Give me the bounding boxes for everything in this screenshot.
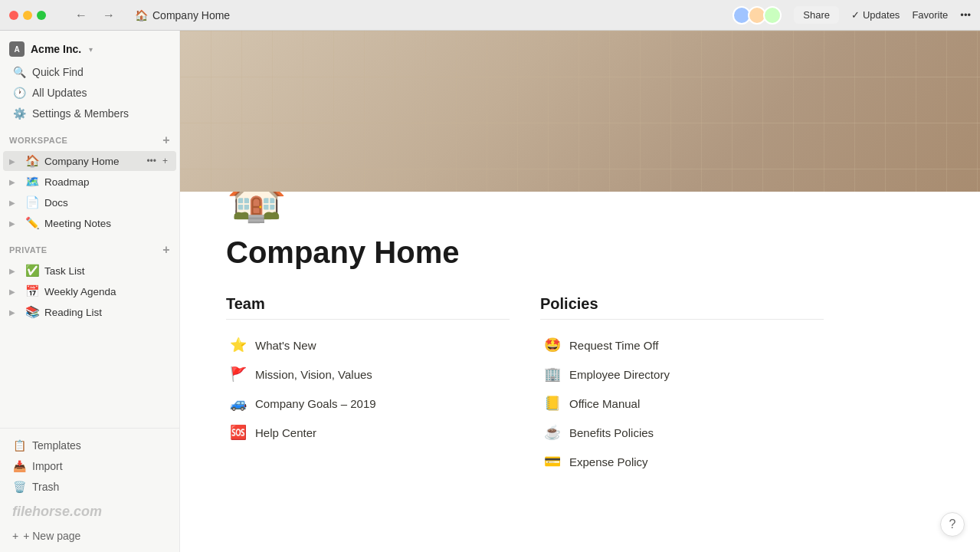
sidebar-bottom: 📋 Templates 📥 Import 🗑️ Trash filehorse.… <box>0 428 179 552</box>
flag-icon: 🚩 <box>229 366 247 383</box>
sidebar-item-import[interactable]: 📥 Import <box>3 456 176 476</box>
workspace-header[interactable]: A Acme Inc. ▾ <box>0 37 179 61</box>
sidebar-item-meeting-notes[interactable]: ▶ ✏️ Meeting Notes <box>3 213 176 233</box>
import-icon: 📥 <box>12 460 26 472</box>
favorite-button[interactable]: Favorite <box>912 9 948 21</box>
sos-icon: 🆘 <box>229 424 247 441</box>
workspace-section-label: WORKSPACE <box>9 136 67 145</box>
updates-button[interactable]: ✓ Updates <box>851 9 900 21</box>
meeting-notes-icon: ✏️ <box>25 216 40 230</box>
roadmap-label: Roadmap <box>44 176 170 188</box>
office-manual-link: Office Manual <box>569 397 640 410</box>
company-home-label: Company Home <box>44 156 139 167</box>
task-list-icon: ✅ <box>25 264 40 278</box>
sidebar-item-company-home[interactable]: ▶ 🏠 Company Home ••• + <box>3 151 176 171</box>
breadcrumb-icon: 🏠 <box>135 9 148 21</box>
cover-image <box>180 31 980 192</box>
mission-vision-link: Mission, Vision, Values <box>255 368 372 381</box>
expense-policy-link: Expense Policy <box>569 455 648 468</box>
reading-list-icon: 📚 <box>25 305 40 319</box>
cover-image-inner <box>180 31 980 192</box>
sidebar-item-docs[interactable]: ▶ 📄 Docs <box>3 192 176 212</box>
expand-icon: ▶ <box>9 267 20 275</box>
main-content: 🏠 Company Home Team ⭐ What's New 🚩 Missi… <box>180 31 980 552</box>
star-face-icon: 🤩 <box>543 337 562 353</box>
more-options-button[interactable]: ••• <box>960 9 971 21</box>
item-add-button[interactable]: + <box>160 154 170 168</box>
link-expense-policy[interactable]: 💳 Expense Policy <box>540 449 824 475</box>
share-button[interactable]: Share <box>794 6 839 24</box>
traffic-lights <box>9 11 46 20</box>
expand-icon: ▶ <box>9 199 20 207</box>
docs-label: Docs <box>44 197 170 209</box>
content-sections: Team ⭐ What's New 🚩 Mission, Vision, Val… <box>226 295 824 475</box>
item-more-button[interactable]: ••• <box>144 154 159 168</box>
forward-button[interactable]: → <box>98 7 120 24</box>
sidebar-item-roadmap[interactable]: ▶ 🗺️ Roadmap <box>3 172 176 192</box>
link-whats-new[interactable]: ⭐ What's New <box>226 332 510 358</box>
company-home-icon: 🏠 <box>25 154 40 168</box>
minimize-button[interactable] <box>23 11 32 20</box>
sidebar-top: A Acme Inc. ▾ 🔍 Quick Find 🕐 All Updates… <box>0 31 179 329</box>
link-help-center[interactable]: 🆘 Help Center <box>226 419 510 445</box>
company-home-actions: ••• + <box>144 154 170 168</box>
weekly-agenda-icon: 📅 <box>25 284 40 298</box>
sidebar-item-task-list[interactable]: ▶ ✅ Task List <box>3 261 176 281</box>
workspace-name: Acme Inc. <box>31 43 81 55</box>
link-company-goals[interactable]: 🚙 Company Goals – 2019 <box>226 390 510 416</box>
checkmark-icon: ✓ <box>851 9 860 21</box>
link-benefits-policies[interactable]: ☕ Benefits Policies <box>540 419 824 445</box>
docs-icon: 📄 <box>25 196 40 209</box>
benefits-policies-link: Benefits Policies <box>569 426 654 439</box>
sidebar-item-weekly-agenda[interactable]: ▶ 📅 Weekly Agenda <box>3 281 176 301</box>
policies-heading: Policies <box>540 295 824 320</box>
new-page-label: + New page <box>23 530 80 542</box>
new-page-icon: + <box>12 530 18 542</box>
trash-label: Trash <box>32 481 59 493</box>
maximize-button[interactable] <box>37 11 46 20</box>
weekly-agenda-label: Weekly Agenda <box>44 286 170 297</box>
private-section-header: PRIVATE + <box>0 234 179 260</box>
private-section-label: PRIVATE <box>9 245 48 255</box>
sidebar-item-quick-find[interactable]: 🔍 Quick Find <box>3 62 176 82</box>
link-office-manual[interactable]: 📒 Office Manual <box>540 390 824 416</box>
templates-icon: 📋 <box>12 439 26 452</box>
app-layout: A Acme Inc. ▾ 🔍 Quick Find 🕐 All Updates… <box>0 31 980 552</box>
link-mission-vision[interactable]: 🚩 Mission, Vision, Values <box>226 361 510 387</box>
workspace-add-button[interactable]: + <box>162 133 170 147</box>
link-request-time-off[interactable]: 🤩 Request Time Off <box>540 332 824 358</box>
sidebar-item-all-updates[interactable]: 🕐 All Updates <box>3 83 176 103</box>
navigation: ← → <box>70 7 120 24</box>
templates-label: Templates <box>32 439 81 452</box>
clock-icon: 🕐 <box>12 87 26 99</box>
sidebar: A Acme Inc. ▾ 🔍 Quick Find 🕐 All Updates… <box>0 31 180 552</box>
workspace-caret-icon: ▾ <box>89 45 93 54</box>
sidebar-item-settings[interactable]: ⚙️ Settings & Members <box>3 104 176 123</box>
back-button[interactable]: ← <box>70 7 92 24</box>
company-goals-link: Company Goals – 2019 <box>255 397 376 410</box>
expand-icon: ▶ <box>9 288 20 296</box>
policies-section: Policies 🤩 Request Time Off 🏢 Employee D… <box>540 295 824 475</box>
coffee-icon: ☕ <box>543 424 562 441</box>
sidebar-item-trash[interactable]: 🗑️ Trash <box>3 477 176 497</box>
all-updates-label: All Updates <box>32 87 87 99</box>
sidebar-item-reading-list[interactable]: ▶ 📚 Reading List <box>3 302 176 322</box>
team-heading: Team <box>226 295 510 320</box>
search-icon: 🔍 <box>12 66 26 78</box>
sidebar-item-templates[interactable]: 📋 Templates <box>3 435 176 455</box>
reading-list-label: Reading List <box>44 307 170 318</box>
new-page-button[interactable]: + + New page <box>3 526 176 546</box>
private-add-button[interactable]: + <box>162 243 170 257</box>
meeting-notes-label: Meeting Notes <box>44 218 170 229</box>
expand-icon: ▶ <box>9 178 20 186</box>
trash-icon: 🗑️ <box>12 481 26 493</box>
help-button[interactable]: ? <box>940 512 965 537</box>
star-icon: ⭐ <box>229 337 247 353</box>
team-section: Team ⭐ What's New 🚩 Mission, Vision, Val… <box>226 295 510 475</box>
workspace-section-header: WORKSPACE + <box>0 124 179 150</box>
link-employee-directory[interactable]: 🏢 Employee Directory <box>540 361 824 387</box>
request-time-off-link: Request Time Off <box>569 339 658 352</box>
task-list-label: Task List <box>44 265 170 277</box>
close-button[interactable] <box>9 11 18 20</box>
titlebar-actions: Share ✓ Updates Favorite ••• <box>733 6 971 25</box>
